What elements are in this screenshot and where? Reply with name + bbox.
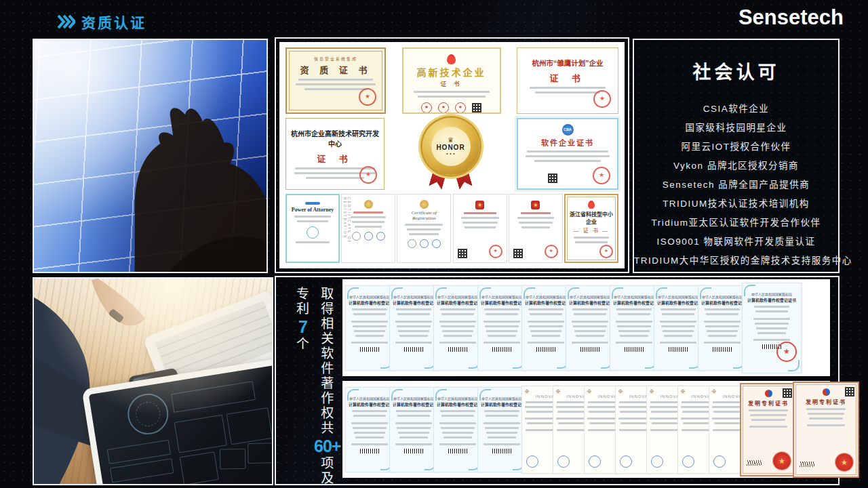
- brand-mark-icon: [305, 202, 320, 205]
- qr-code-icon: [548, 174, 557, 183]
- coat-of-arms-icon: ✠: [556, 389, 586, 394]
- barcode-icon: [448, 449, 467, 453]
- cert-title: 浙江省科技型中小企业: [570, 210, 613, 225]
- qr-code-icon: [472, 103, 481, 113]
- social-recognition-panel: 社会认可 CSIA软件企业国家级科技园明星企业阿里云IOT授权合作伙伴Vykon…: [633, 39, 840, 273]
- national-emblem-icon: ★: [475, 201, 484, 209]
- certificates-panel: 信息安全系统集成 资 质 证 书 ★ 高新技术企业 证 书 ★ ★ ★: [275, 37, 629, 273]
- social-item: Vykon 品牌北区授权分销商: [634, 157, 838, 176]
- cert-small-title: 信息安全系统集成: [291, 56, 380, 62]
- certificate-software-enterprise: CSIA 软件企业证书 ★: [517, 118, 618, 190]
- cert-title: 计算机软件著作权登记证书: [481, 300, 523, 306]
- patents-panel: 专利7个 取得相关软件著作权共60+项及 中华人民共和国国家版权局 计算机软件著…: [275, 276, 840, 485]
- certificate-license-2: ★ ★: [509, 194, 563, 263]
- cert-header: 中华人民共和国国家版权局: [393, 396, 435, 401]
- software-copyright-certificate: 中华人民共和国国家版权局 计算机软件著作权登记证书 ★: [345, 387, 394, 472]
- software-copyright-certificate: 中华人民共和国国家版权局 计算机软件著作权登记证书 ★: [389, 285, 438, 371]
- cert-row-1: 信息安全系统集成 资 质 证 书 ★ 高新技术企业 证 书 ★ ★ ★: [285, 47, 618, 114]
- flame-icon: [588, 201, 595, 209]
- gold-emblem-icon: [364, 200, 373, 209]
- cert-title: 计算机软件著作权登记证书: [437, 300, 479, 306]
- software-copyright-certificate: 中华人民共和国国家版权局 计算机软件著作权登记证书 ★: [742, 283, 802, 373]
- patents-caption: 专利7个 取得相关软件著作权共60+项及: [296, 287, 340, 486]
- hand-silhouette: [34, 40, 267, 272]
- seal-row: [401, 239, 446, 248]
- social-item: TRIDIUM大中华区授权的金牌技术支持服务中心: [634, 251, 838, 270]
- barcode-icon: [580, 347, 599, 352]
- red-seal-icon: ★: [593, 90, 611, 108]
- photo-video-wall: [33, 39, 268, 273]
- social-item: Tridium亚太区认证软件开发合作伙伴: [634, 214, 838, 232]
- cnipa-logo-icon: [765, 390, 772, 397]
- gold-emblem-icon: [420, 200, 429, 209]
- red-seal-icon: ★: [599, 245, 613, 258]
- red-seal-icon: ★: [455, 102, 466, 113]
- certificate-zhejiang-sme: 浙江省科技型中小企业 — 证 书 — ★: [564, 194, 618, 263]
- cert-title: 杭州市企业高新技术研究开发中心: [290, 128, 380, 148]
- flame-icon: [447, 54, 456, 64]
- social-panel-title: 社会认可: [634, 58, 838, 84]
- qr-code-icon: [845, 387, 854, 396]
- cert-title: 计算机软件著作权登记证书: [525, 300, 567, 306]
- certificate-hightech-enterprise: 高新技术企业 证 书 ★ ★ ★: [402, 47, 501, 114]
- national-emblem-icon: ★: [531, 201, 540, 209]
- slide-header: 资质认证: [57, 12, 146, 32]
- cert-label: INNOVA: [556, 394, 586, 399]
- cert-title: 计算机软件著作权登记证书: [701, 300, 743, 306]
- barcode-icon: [404, 347, 423, 352]
- barcode-icon: [536, 347, 555, 352]
- qr-code-icon: [458, 249, 467, 258]
- blue-seal-icon: [713, 455, 726, 468]
- software-copyright-certificate: 中华人民共和国国家版权局 计算机软件著作权登记证书 ★: [698, 285, 747, 371]
- certificate-license-1: ★ ★: [453, 194, 507, 263]
- red-seal-icon: ★: [438, 102, 449, 113]
- red-seal-icon: ★: [421, 102, 432, 113]
- barcode-icon: [492, 449, 511, 453]
- seal-row: [346, 232, 391, 241]
- social-list: CSIA软件企业国家级科技园明星企业阿里云IOT授权合作伙伴Vykon 品牌北区…: [634, 100, 838, 270]
- coat-of-arms-icon: ✠: [587, 389, 617, 394]
- cert-subtitle: 证 书: [290, 152, 380, 165]
- national-emblem-seal-icon: ★: [773, 452, 791, 470]
- certificate-power-of-attorney: Power of Attorney: [285, 194, 340, 263]
- software-copyright-certificate: 中华人民共和国国家版权局 计算机软件著作权登记证书 ★: [477, 387, 526, 472]
- cert-header: 中华人民共和国国家版权局: [349, 396, 391, 401]
- barcode-icon: [404, 449, 423, 453]
- cert-title: 计算机软件著作权登记证书: [569, 300, 611, 306]
- social-item: 阿里云IOT授权合作伙伴: [634, 138, 838, 157]
- signature-mark: [747, 460, 762, 466]
- red-seal-icon: ★: [489, 245, 502, 258]
- red-seal-icon: ★: [776, 342, 797, 362]
- certificate-qualification: 信息安全系统集成 资 质 证 书 ★: [285, 47, 386, 114]
- qr-code-icon: [783, 388, 792, 398]
- certificate-rnd-center: 杭州市企业高新技术研究开发中心 证 书 ★: [285, 118, 384, 190]
- software-copyright-certificate: 中华人民共和国国家版权局 计算机软件著作权登记证书 ★: [521, 285, 570, 371]
- cert-row-2: 杭州市企业高新技术研究开发中心 证 书 ★ ♛ HONOR • • •: [285, 118, 618, 190]
- certificate-eaglet-plan: 杭州市“雏鹰计划”企业 证 书 ★: [517, 47, 618, 114]
- cert-label: INNOVA: [650, 394, 679, 399]
- blue-seal-icon: [589, 455, 601, 468]
- cert-row-3: Power of Attorney CERTIFICATE OF REGISTR…: [285, 194, 618, 263]
- red-seal-icon: ★: [359, 166, 377, 184]
- cert-title: 发明专利证书: [745, 399, 791, 407]
- barcode-icon: [360, 449, 379, 453]
- cert-subtitle: 证 书: [521, 71, 614, 84]
- vertical-col-main: 取得相关软件著作权共60+项及: [314, 287, 340, 486]
- honor-medal: ♛ HONOR • • •: [414, 118, 487, 190]
- blue-seal-icon: [620, 455, 632, 468]
- slide: 资质认证 Sensetech 信息安全系统集成 资 质 证 书 ★ 高新技术企业: [0, 0, 868, 488]
- cert-header: 中华人民共和国国家版权局: [393, 294, 435, 299]
- seal-row: ★ ★ ★: [408, 102, 496, 113]
- red-seal-icon: ★: [593, 167, 610, 184]
- vertical-col-side: 专利7个: [296, 287, 309, 486]
- software-copyright-certificate: 中华人民共和国国家版权局 计算机软件著作权登记证书 ★: [345, 285, 394, 371]
- red-seal-icon: ★: [359, 88, 376, 106]
- coat-of-arms-icon: ✠: [650, 389, 679, 394]
- cert-header: 中华人民共和国国家版权局: [569, 294, 611, 299]
- medal-dots: • • •: [446, 151, 455, 156]
- cert-label: INNOVA: [681, 394, 711, 399]
- cert-title: 计算机软件著作权登记证书: [437, 401, 479, 407]
- cert-label: INNOVA: [712, 394, 742, 399]
- coat-of-arms-icon: ✠: [681, 389, 711, 394]
- vertical-label: CERTIFICATE OF REGISTRATION: [343, 197, 351, 260]
